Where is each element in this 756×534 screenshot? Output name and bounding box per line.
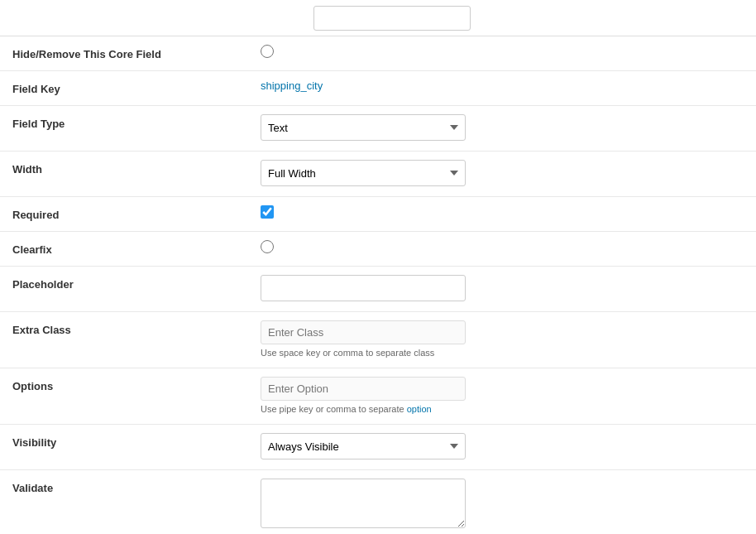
field-title-area (18, 6, 746, 31)
input-extra-class[interactable] (261, 320, 466, 344)
select-width[interactable]: Full Width Half Width One Third Two Thir… (261, 160, 466, 186)
label-validate: Validate (0, 470, 248, 535)
row-options: Options Use pipe key or comma to separat… (0, 368, 756, 425)
radio-hide-remove[interactable] (261, 45, 274, 58)
label-options: Options (0, 368, 248, 425)
input-options[interactable] (261, 377, 466, 401)
label-visibility: Visibility (0, 425, 248, 470)
select-field-type[interactable]: Text Number Email Password Hidden Textar… (261, 114, 466, 141)
field-width: Full Width Half Width One Third Two Thir… (248, 152, 756, 197)
row-validate: Validate (0, 470, 756, 535)
label-required: Required (0, 197, 248, 232)
row-required: Required (0, 197, 756, 232)
row-width: Width Full Width Half Width One Third Tw… (0, 152, 756, 197)
textarea-validate[interactable] (261, 479, 466, 528)
row-field-type: Field Type Text Number Email Password Hi… (0, 106, 756, 152)
field-clearfix (248, 232, 756, 267)
field-options: Use pipe key or comma to separate option (248, 368, 756, 425)
hint-option-link: option (407, 404, 432, 414)
radio-clearfix[interactable] (261, 240, 274, 253)
field-key-link[interactable]: shipping_city (261, 79, 323, 92)
form-table: Hide/Remove This Core Field Field Key sh… (0, 36, 756, 534)
page-wrapper: Hide/Remove This Core Field Field Key sh… (0, 0, 756, 534)
row-extra-class: Extra Class Use space key or comma to se… (0, 312, 756, 368)
field-placeholder (248, 267, 756, 312)
label-extra-class: Extra Class (0, 312, 248, 368)
label-clearfix: Clearfix (0, 232, 248, 267)
row-field-key: Field Key shipping_city (0, 71, 756, 106)
top-header (0, 0, 756, 36)
row-clearfix: Clearfix (0, 232, 756, 267)
label-field-type: Field Type (0, 106, 248, 152)
select-visibility[interactable]: Always Visibile Hidden Visible to Admins… (261, 433, 466, 459)
field-field-key: shipping_city (248, 71, 756, 106)
input-placeholder[interactable] (261, 275, 466, 301)
label-field-key: Field Key (0, 71, 248, 106)
field-validate (248, 470, 756, 535)
label-placeholder: Placeholder (0, 267, 248, 312)
title-input[interactable] (313, 6, 471, 31)
field-field-type: Text Number Email Password Hidden Textar… (248, 106, 756, 152)
label-width: Width (0, 152, 248, 197)
field-hide-remove (248, 36, 756, 71)
row-visibility: Visibility Always Visibile Hidden Visibl… (0, 425, 756, 470)
row-placeholder: Placeholder (0, 267, 756, 312)
field-extra-class: Use space key or comma to separate class (248, 312, 756, 368)
field-visibility: Always Visibile Hidden Visible to Admins… (248, 425, 756, 470)
checkbox-required[interactable] (261, 205, 274, 219)
field-required (248, 197, 756, 232)
row-hide-remove: Hide/Remove This Core Field (0, 36, 756, 71)
hint-options: Use pipe key or comma to separate option (261, 404, 744, 414)
label-hide-remove: Hide/Remove This Core Field (0, 36, 248, 71)
hint-extra-class: Use space key or comma to separate class (261, 348, 744, 358)
